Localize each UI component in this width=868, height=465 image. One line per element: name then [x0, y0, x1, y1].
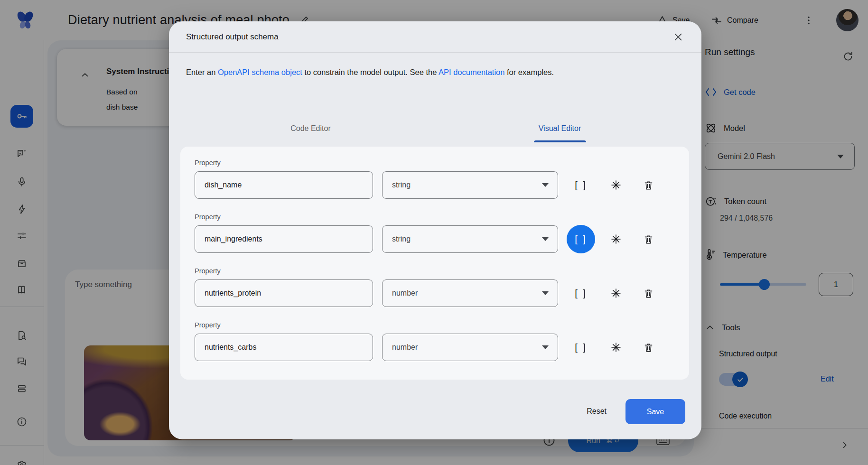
- property-row: Property nutrients_carbs number [ ]: [195, 321, 675, 361]
- trash-icon: [643, 342, 654, 353]
- chevron-down-icon: [542, 345, 549, 349]
- delete-property-button[interactable]: [639, 284, 658, 303]
- chevron-down-icon: [542, 291, 549, 295]
- required-asterisk-button[interactable]: [607, 338, 625, 357]
- property-row: Property nutrients_protein number [ ]: [195, 267, 675, 307]
- openapi-schema-link[interactable]: OpenAPI schema object: [218, 68, 302, 76]
- property-name-input[interactable]: main_ingredients: [195, 225, 373, 253]
- delete-property-button[interactable]: [639, 176, 658, 195]
- property-name-input[interactable]: nutrients_carbs: [195, 334, 373, 361]
- delete-property-button[interactable]: [639, 338, 658, 357]
- property-type-select[interactable]: string: [382, 171, 558, 199]
- schema-properties-card: Property dish_name string [ ] Prope: [180, 147, 689, 380]
- dialog-description: Enter an OpenAPI schema object to constr…: [186, 68, 554, 77]
- property-type-select[interactable]: number: [382, 279, 558, 307]
- required-asterisk-button[interactable]: [607, 176, 625, 195]
- active-tab-underline: [534, 140, 586, 142]
- tab-visual-editor[interactable]: Visual Editor: [435, 115, 684, 142]
- array-toggle-button[interactable]: [ ]: [569, 335, 593, 360]
- chevron-down-icon: [542, 237, 549, 241]
- array-toggle-button-active[interactable]: [ ]: [567, 225, 595, 253]
- array-toggle-button[interactable]: [ ]: [569, 173, 593, 197]
- structured-output-schema-dialog: Structured output schema Enter an OpenAP…: [169, 21, 701, 439]
- save-schema-button[interactable]: Save: [625, 399, 685, 424]
- chevron-down-icon: [542, 183, 549, 187]
- property-name-input[interactable]: nutrients_protein: [195, 279, 373, 307]
- trash-icon: [643, 234, 654, 245]
- required-asterisk-button[interactable]: [607, 230, 625, 249]
- required-asterisk-button[interactable]: [607, 284, 625, 303]
- property-row: Property dish_name string [ ]: [195, 159, 675, 199]
- property-row: Property main_ingredients string [ ]: [195, 213, 675, 253]
- close-icon[interactable]: [673, 32, 683, 42]
- property-type-select[interactable]: string: [382, 225, 558, 253]
- trash-icon: [643, 180, 654, 191]
- trash-icon: [643, 288, 654, 299]
- editor-tabs: Code Editor Visual Editor: [186, 115, 684, 142]
- property-type-select[interactable]: number: [382, 334, 558, 361]
- reset-button[interactable]: Reset: [587, 407, 607, 416]
- property-name-input[interactable]: dish_name: [195, 171, 373, 199]
- array-toggle-button[interactable]: [ ]: [569, 281, 593, 306]
- delete-property-button[interactable]: [639, 230, 658, 249]
- dialog-title: Structured output schema: [186, 32, 279, 42]
- api-documentation-link[interactable]: API documentation: [439, 68, 504, 76]
- tab-code-editor[interactable]: Code Editor: [186, 115, 435, 142]
